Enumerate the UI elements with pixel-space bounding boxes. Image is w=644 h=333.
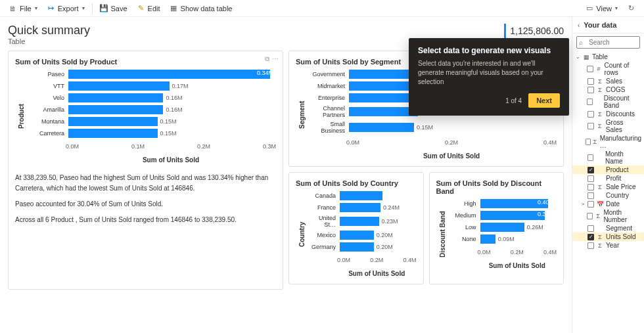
bar[interactable]: [68, 81, 170, 91]
bar-row[interactable]: Canada 0.25M: [306, 191, 417, 200]
field-checkbox[interactable]: [586, 139, 590, 145]
kpi-card[interactable]: 1,125,806.00: [504, 24, 564, 38]
bar-row[interactable]: High 0.40M: [446, 199, 557, 208]
x-axis-label: Sum of Units Sold: [66, 156, 276, 164]
field-checkbox[interactable]: [587, 66, 593, 72]
chart-card-product[interactable]: Sum of Units Sold by Product ⧉ ⋯ Product…: [8, 51, 283, 290]
bar[interactable]: [340, 242, 374, 252]
bar[interactable]: [340, 231, 374, 240]
value-label: 0.40M: [538, 199, 554, 206]
field-item[interactable]: Σ Sale Price: [572, 183, 644, 191]
bar-row[interactable]: United St… 0.23M: [306, 215, 417, 228]
bar-row[interactable]: None 0.09M: [446, 234, 557, 244]
bar[interactable]: [349, 107, 418, 116]
field-checkbox[interactable]: ✓: [587, 234, 594, 240]
field-checkbox[interactable]: [587, 99, 593, 105]
field-checkbox[interactable]: [587, 123, 594, 129]
search-input[interactable]: [576, 36, 640, 49]
save-button[interactable]: 💾Save: [97, 2, 131, 14]
field-checkbox[interactable]: [587, 225, 594, 232]
field-item[interactable]: Σ Manufacturing …: [572, 134, 644, 150]
x-tick: 0.1M: [131, 143, 145, 150]
bar[interactable]: [480, 234, 495, 244]
field-item[interactable]: Σ Year: [572, 241, 644, 250]
bar[interactable]: [68, 93, 163, 102]
more-options-icon[interactable]: ⋯: [272, 55, 279, 63]
bar[interactable]: [480, 223, 524, 232]
bar-row[interactable]: Germany 0.20M: [306, 242, 417, 252]
field-checkbox[interactable]: [587, 184, 594, 190]
field-item[interactable]: Segment: [572, 224, 644, 233]
field-checkbox[interactable]: ✓: [587, 167, 594, 173]
field-item[interactable]: # Count of rows: [572, 61, 644, 77]
export-menu[interactable]: ↦Export▾: [43, 2, 88, 14]
show-data-table-button[interactable]: ▦Show data table: [166, 2, 236, 14]
field-item[interactable]: Σ Month Number: [572, 208, 644, 224]
file-menu[interactable]: 🗎File▾: [5, 2, 41, 14]
bar-row[interactable]: Montana 0.15M: [25, 117, 276, 126]
expand-icon[interactable]: ⌄: [575, 54, 580, 60]
field-type-icon: Σ: [596, 111, 604, 118]
bar-row[interactable]: Velo 0.16M: [25, 93, 276, 102]
bar-row[interactable]: Amarilla 0.16M: [25, 105, 276, 114]
view-icon: ▭: [585, 4, 593, 12]
bar[interactable]: [340, 217, 379, 226]
chart-card-discount[interactable]: Sum of Units Sold by Discount Band Disco…: [429, 172, 564, 284]
bar-row[interactable]: VTT 0.17M: [25, 81, 276, 91]
field-checkbox[interactable]: [587, 78, 594, 85]
edit-button[interactable]: ✎Edit: [133, 2, 164, 14]
bar[interactable]: 0.34M: [68, 70, 270, 79]
table-icon: ▦: [582, 54, 590, 60]
collapse-pane-icon[interactable]: ‹: [578, 22, 580, 29]
bar-row[interactable]: France 0.24M: [306, 203, 417, 212]
field-checkbox[interactable]: [587, 175, 594, 182]
category-label: Carretera: [25, 130, 66, 137]
chevron-down-icon: ▾: [35, 5, 37, 11]
field-type-icon: Σ: [595, 213, 601, 219]
refresh-button[interactable]: ↻: [624, 2, 639, 14]
field-item[interactable]: > 📅 Date: [572, 200, 644, 208]
field-checkbox[interactable]: [587, 111, 594, 118]
bar-row[interactable]: Carretera 0.15M: [25, 129, 276, 138]
field-item[interactable]: Country: [572, 191, 644, 200]
bar-row[interactable]: Mexico 0.20M: [306, 231, 417, 240]
bar[interactable]: [68, 117, 158, 126]
bar[interactable]: 0.25M: [340, 191, 382, 200]
bar[interactable]: [349, 123, 414, 132]
bar[interactable]: 0.40M: [480, 199, 549, 208]
field-item[interactable]: Discount Band: [572, 94, 644, 110]
field-checkbox[interactable]: [587, 201, 594, 208]
tip-title: Select data to generate new visuals: [418, 46, 560, 55]
category-label: Amarilla: [25, 106, 66, 113]
bar-row[interactable]: Medium 0.38M: [446, 211, 557, 220]
field-item[interactable]: Σ Discounts: [572, 110, 644, 118]
table-node[interactable]: ⌄ ▦ Table: [572, 53, 644, 61]
bar-row[interactable]: Paseo 0.34M: [25, 70, 276, 79]
field-item[interactable]: Σ COGS: [572, 85, 644, 94]
copy-icon[interactable]: ⧉: [265, 55, 269, 63]
field-item[interactable]: Σ Sales: [572, 77, 644, 85]
field-checkbox[interactable]: [587, 87, 594, 93]
expand-icon[interactable]: >: [580, 201, 586, 207]
value-label: 0.09M: [498, 236, 515, 242]
field-item[interactable]: Profit: [572, 174, 644, 183]
tip-step: 1 of 4: [505, 97, 522, 104]
bar[interactable]: [340, 203, 380, 212]
field-checkbox[interactable]: [587, 242, 594, 249]
view-menu[interactable]: ▭View▾: [582, 2, 621, 14]
bar[interactable]: [68, 105, 163, 114]
bar-row[interactable]: Low 0.26M: [446, 223, 557, 232]
bar[interactable]: 0.38M: [480, 211, 545, 220]
field-checkbox[interactable]: [587, 154, 594, 161]
field-item[interactable]: Σ Gross Sales: [572, 118, 644, 134]
chart-card-country[interactable]: Sum of Units Sold by Country Country Can…: [288, 172, 424, 284]
tip-next-button[interactable]: Next: [528, 93, 560, 108]
field-item[interactable]: ✓ Product: [572, 166, 644, 174]
bar[interactable]: [68, 129, 158, 138]
category-label: VTT: [25, 83, 66, 89]
field-item[interactable]: Month Name: [572, 150, 644, 166]
field-checkbox[interactable]: [587, 213, 593, 219]
field-checkbox[interactable]: [587, 192, 594, 199]
field-item[interactable]: ✓ Σ Units Sold: [572, 233, 644, 241]
bar-row[interactable]: Small Business 0.15M: [306, 121, 557, 134]
